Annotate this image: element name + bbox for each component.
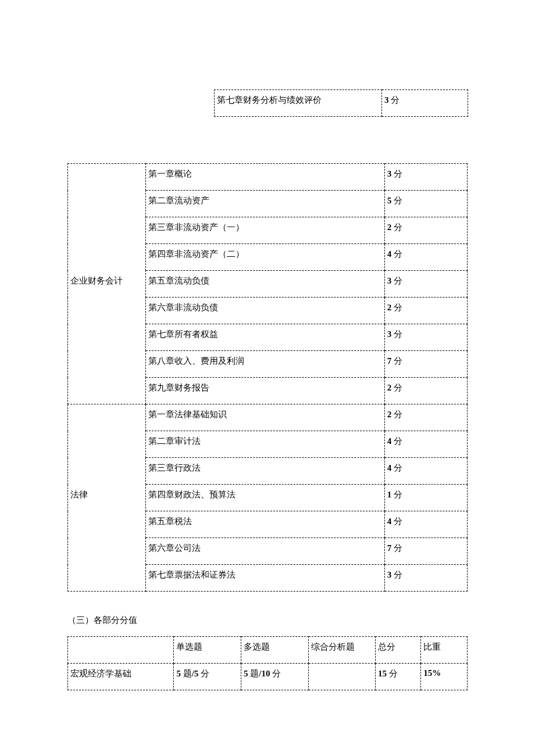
txt: 分 <box>198 669 209 678</box>
total-cell: 15 分 <box>375 664 420 690</box>
header-analysis: 综合分析题 <box>309 637 376 664</box>
score-suffix: 分 <box>391 303 402 312</box>
table-row: 第七章财务分析与绩效评价 3 分 <box>215 90 468 117</box>
score-suffix: 分 <box>391 410 402 419</box>
chapter-cell: 第六章公司法 <box>146 538 385 565</box>
score-suffix: 分 <box>391 249 402 259</box>
section-heading: （三）各部分分值 <box>67 615 468 626</box>
score-suffix: 分 <box>391 383 402 392</box>
header-weight: 比重 <box>421 637 468 664</box>
score-suffix: 分 <box>391 169 402 178</box>
score-cell: 7 分 <box>384 538 467 565</box>
score-cell: 3 分 <box>384 271 467 298</box>
chapter-cell: 第五章税法 <box>146 511 385 538</box>
weight-cell: 15% <box>421 664 468 690</box>
score-cell: 4 分 <box>384 458 467 485</box>
score-cell: 2 分 <box>384 217 467 244</box>
chapter-score-table: 企业财务会计 第一章概论 3 分 第二章流动资产 5 分 第三章非流动资产（一）… <box>67 163 468 592</box>
score-number: 3 <box>384 95 389 105</box>
score-cell: 2 分 <box>384 404 467 431</box>
chapter-cell: 第七章票据法和证券法 <box>146 565 385 592</box>
txt: 题 <box>181 669 192 678</box>
score-suffix: 分 <box>389 95 400 105</box>
score-suffix: 分 <box>391 196 402 205</box>
score-suffix: 分 <box>391 463 402 472</box>
num: /10 <box>259 669 270 678</box>
header-blank <box>68 637 174 664</box>
chapter-cell: 第五章流动负债 <box>146 271 385 298</box>
orphan-chapter-table: 第七章财务分析与绩效评价 3 分 <box>214 89 468 117</box>
score-suffix: 分 <box>391 490 402 499</box>
score-distribution-table: 单选题 多选题 综合分析题 总分 比重 宏观经济学基础 5 题/5 分 5 题/… <box>67 636 468 690</box>
num: /5 <box>192 669 199 678</box>
score-cell: 4 分 <box>384 244 467 271</box>
category-cell: 法律 <box>68 404 146 592</box>
txt: 分 <box>270 669 281 678</box>
score-cell: 5 分 <box>384 191 467 217</box>
chapter-cell: 第二章审计法 <box>146 431 385 458</box>
table-row: 宏观经济学基础 5 题/5 分 5 题/10 分 15 分 15% <box>68 664 468 690</box>
score-cell: 4 分 <box>384 511 467 538</box>
chapter-cell: 第四章财政法、预算法 <box>146 485 385 511</box>
header-multi-choice: 多选题 <box>241 637 309 664</box>
table-header-row: 单选题 多选题 综合分析题 总分 比重 <box>68 637 468 664</box>
txt: 分 <box>387 669 398 678</box>
score-suffix: 分 <box>391 543 402 553</box>
single-choice-cell: 5 题/5 分 <box>174 664 241 690</box>
chapter-cell: 第二章流动资产 <box>146 191 385 217</box>
header-single-choice: 单选题 <box>174 637 241 664</box>
score-suffix: 分 <box>391 517 402 526</box>
chapter-cell: 第八章收入、费用及利润 <box>146 351 385 378</box>
score-cell: 3 分 <box>384 324 467 351</box>
score-suffix: 分 <box>391 276 402 285</box>
table-row: 法律 第一章法律基础知识 2 分 <box>68 404 468 431</box>
chapter-cell: 第一章概论 <box>146 164 385 191</box>
score-suffix: 分 <box>391 436 402 446</box>
score-suffix: 分 <box>391 223 402 232</box>
txt: 题 <box>248 669 259 678</box>
score-suffix: 分 <box>391 356 402 366</box>
chapter-cell: 第一章法律基础知识 <box>146 404 385 431</box>
num: 5 <box>244 669 248 678</box>
chapter-cell: 第四章非流动资产（二） <box>146 244 385 271</box>
chapter-cell: 第六章非流动负债 <box>146 298 385 324</box>
score-suffix: 分 <box>391 570 402 579</box>
chapter-cell: 第三章行政法 <box>146 458 385 485</box>
num: 5 <box>176 669 181 678</box>
score-cell: 2 分 <box>384 298 467 324</box>
chapter-cell: 第七章财务分析与绩效评价 <box>215 90 382 117</box>
category-cell: 企业财务会计 <box>68 164 146 404</box>
score-cell: 4 分 <box>384 431 467 458</box>
analysis-cell <box>309 664 376 690</box>
multi-choice-cell: 5 题/10 分 <box>241 664 309 690</box>
subject-cell: 宏观经济学基础 <box>68 664 174 690</box>
chapter-cell: 第七章所有者权益 <box>146 324 385 351</box>
table-row: 企业财务会计 第一章概论 3 分 <box>68 164 468 191</box>
score-cell: 2 分 <box>384 378 467 404</box>
score-cell: 3 分 <box>382 90 468 117</box>
chapter-cell: 第三章非流动资产（一） <box>146 217 385 244</box>
score-cell: 3 分 <box>384 565 467 592</box>
score-suffix: 分 <box>391 329 402 339</box>
score-cell: 1 分 <box>384 485 467 511</box>
num: 15 <box>378 669 387 678</box>
chapter-cell: 第九章财务报告 <box>146 378 385 404</box>
score-cell: 7 分 <box>384 351 467 378</box>
score-cell: 3 分 <box>384 164 467 191</box>
header-total: 总分 <box>375 637 420 664</box>
